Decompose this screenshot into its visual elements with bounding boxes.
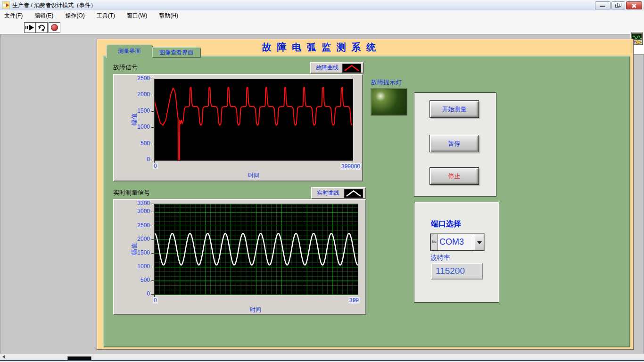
fault-indicator-led: [371, 88, 407, 115]
waveform-line: [155, 87, 352, 160]
start-measure-button[interactable]: 开始测量: [429, 100, 479, 118]
y-tick-label: 1500: [137, 107, 150, 114]
y-tick-mark: [151, 111, 154, 112]
chart2-legend-label: 实时曲线: [317, 189, 339, 197]
menu-operate[interactable]: 操作(O): [61, 10, 89, 21]
port-panel: 端口选择 I/o COM3 波特率 115200: [414, 202, 499, 303]
abort-button[interactable]: [49, 22, 60, 33]
y-tick-mark: [151, 79, 154, 79]
x-tick-mark: [353, 161, 353, 163]
y-tick-mark: [151, 160, 154, 160]
chart1-legend-label: 故障曲线: [316, 64, 339, 72]
labview-window: 生产者 / 消费者设计模式（事件） 文件(F)编辑(E)操作(O)工具(T)窗口…: [0, 0, 644, 362]
y-tick-mark: [151, 212, 154, 212]
chart1-frame: 05001000150020002500 幅值 0 399000 时间: [113, 74, 363, 181]
chart2-legend-line-icon: [344, 189, 363, 198]
left-triangle-icon: [2, 355, 5, 359]
abort-stop-icon: [51, 24, 58, 31]
y-tick-mark: [151, 239, 154, 240]
minimize-button[interactable]: [595, 1, 611, 9]
chart1-label: 故障信号: [113, 63, 138, 72]
title-bar: 生产者 / 消费者设计模式（事件）: [0, 0, 644, 11]
y-tick-mark: [151, 226, 154, 226]
menu-edit[interactable]: 编辑(E): [30, 10, 58, 21]
y-tick-mark: [151, 144, 154, 144]
y-tick-mark: [151, 267, 154, 267]
chart2-x-max[interactable]: 399: [348, 297, 360, 304]
y-tick-label: 2000: [137, 236, 150, 242]
scroll-left-button[interactable]: [0, 354, 8, 360]
tab-measurement[interactable]: 测量界面: [106, 44, 153, 58]
y-tick-label: 2000: [137, 91, 150, 98]
menu-file[interactable]: 文件(F): [0, 10, 27, 21]
chart1-x-max[interactable]: 399000: [340, 163, 361, 170]
stop-button[interactable]: 停止: [429, 167, 479, 185]
chart1-legend-line-icon: [342, 64, 361, 73]
y-tick-mark: [151, 294, 154, 295]
window-title: 生产者 / 消费者设计模式（事件）: [12, 0, 96, 10]
io-glyph-icon: I/o: [431, 234, 438, 250]
circular-arrows-icon: [38, 24, 46, 32]
chart2-plot-area: [154, 204, 358, 295]
y-tick-label: 500: [140, 277, 150, 283]
y-tick-label: 2500: [137, 222, 150, 229]
menu-bar: 文件(F)编辑(E)操作(O)工具(T)窗口(W)帮助(H): [0, 10, 644, 21]
toolbar: [0, 21, 644, 34]
y-tick-mark: [151, 253, 154, 254]
com-port-combo[interactable]: I/o COM3: [430, 234, 484, 251]
run-button[interactable]: [24, 22, 36, 33]
app-icon: [2, 1, 10, 9]
y-tick-mark: [151, 280, 154, 281]
menu-help[interactable]: 帮助(H): [155, 10, 182, 21]
y-tick-label: 3000: [137, 208, 150, 214]
y-tick-label: 0: [147, 290, 150, 297]
menu-tools[interactable]: 工具(T): [92, 10, 119, 21]
page-title: 故 障 电 弧 监 测 系 统: [262, 41, 404, 54]
chart2-y-axis-label: 幅值: [130, 243, 139, 255]
y-tick-mark: [151, 204, 154, 204]
chart2-frame: 0500100015002000250030003300 幅值 0 399 时间: [113, 199, 366, 315]
com-port-dropdown-button[interactable]: [475, 234, 484, 250]
chart1-legend[interactable]: 故障曲线: [310, 62, 364, 74]
chevron-down-icon: [477, 241, 482, 244]
chart1-x-axis-label: 时间: [239, 172, 268, 180]
y-tick-label: 0: [147, 156, 150, 163]
control-button-panel: 开始测量 暂停 停止: [414, 92, 496, 197]
chart2-x-axis-label: 时间: [241, 306, 270, 314]
restore-button[interactable]: [611, 1, 625, 9]
com-port-value[interactable]: COM3: [438, 234, 475, 250]
port-select-label: 端口选择: [431, 219, 461, 229]
horizontal-scrollbar[interactable]: [0, 354, 644, 361]
y-tick-label: 2500: [137, 75, 150, 82]
baud-rate-label: 波特率: [430, 254, 450, 262]
y-tick-label: 500: [140, 140, 150, 147]
chart2-x-min[interactable]: 0: [153, 297, 158, 304]
y-tick-mark: [151, 95, 154, 95]
fault-light-label: 故障提示灯: [371, 78, 402, 87]
y-tick-label: 1500: [137, 249, 150, 256]
tab-image-view[interactable]: 图像查看界面: [152, 47, 201, 58]
menu-window[interactable]: 窗口(W): [123, 10, 151, 21]
close-button[interactable]: [626, 1, 642, 9]
chart2-label: 实时测量信号: [113, 189, 150, 197]
chart1-x-min[interactable]: 0: [153, 163, 158, 169]
chart1-y-axis-label: 幅值: [130, 113, 139, 125]
y-tick-label: 1000: [137, 263, 150, 270]
chart1-plot-area: [154, 79, 353, 161]
pause-button[interactable]: 暂停: [429, 135, 479, 152]
continuous-run-button[interactable]: [36, 22, 48, 33]
y-tick-mark: [151, 127, 154, 128]
chart2-legend[interactable]: 实时曲线: [311, 187, 366, 199]
y-tick-label: 1000: [137, 123, 150, 130]
y-tick-label: 3300: [137, 200, 150, 206]
run-arrow-icon: [25, 24, 34, 31]
baud-rate-value: 115200: [431, 263, 483, 280]
